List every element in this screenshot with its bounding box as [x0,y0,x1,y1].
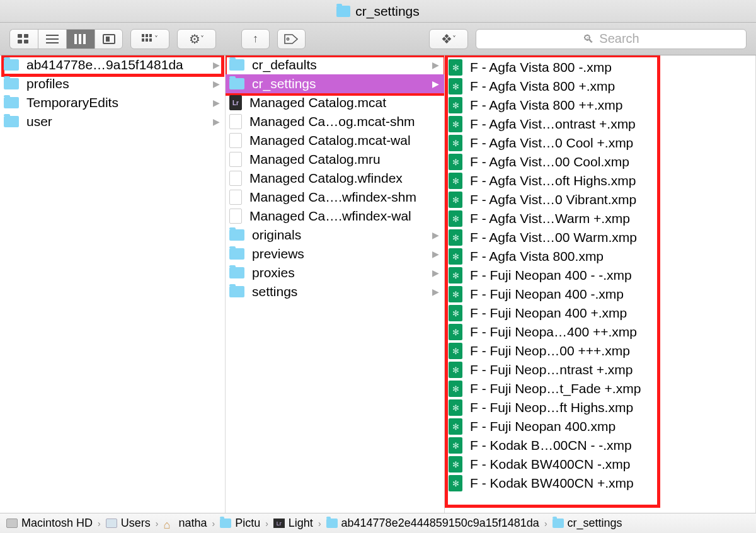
list-item[interactable]: Managed Ca….wfindex-wal [226,207,444,226]
xmp-file-icon [449,267,462,284]
chevron-right-icon: ▶ [213,79,220,89]
list-item[interactable]: F - Fuji Neopan 400 -.xmp [445,285,755,304]
list-item[interactable]: F - Agfa Vist…Warm +.xmp [445,209,755,228]
list-item[interactable]: F - Agfa Vista 800 -.xmp [445,58,755,77]
item-label: F - Fuji Neopan 400.xmp [470,419,616,434]
toolbar: Search [0,23,756,55]
arrange-button[interactable] [130,29,169,49]
action-gear-button[interactable] [177,29,216,49]
list-item[interactable]: Managed Catalog.mru [226,150,444,169]
view-icon-gallery[interactable] [94,29,123,49]
list-item[interactable]: LrManaged Catalog.mcat [226,93,444,112]
path-segment[interactable]: Pictu [235,517,260,530]
list-item[interactable]: proxies▶ [226,263,444,282]
file-icon [229,133,242,148]
column-1[interactable]: ab414778e…9a15f1481da▶profiles▶Temporary… [0,55,226,513]
item-label: F - Agfa Vist…00 Cool.xmp [470,154,629,169]
search-input[interactable]: Search [476,29,747,49]
path-bar[interactable]: Macintosh HD› Users› natha› Pictu›Lr Lig… [0,513,756,533]
folder-icon [4,97,19,108]
chevron-right-icon: › [212,519,215,529]
item-label: cr_defaults [252,57,317,72]
tags-button[interactable] [277,29,306,49]
list-item[interactable]: Managed Catalog.mcat-wal [226,131,444,150]
list-item[interactable]: F - Agfa Vista 800 ++.xmp [445,96,755,115]
list-item[interactable]: F - Fuji Neopan 400 - -.xmp [445,266,755,285]
share-button[interactable] [241,29,270,49]
list-item[interactable]: Managed Ca….wfindex-shm [226,188,444,207]
list-item[interactable]: F - Agfa Vist…0 Cool +.xmp [445,134,755,152]
folder-icon [4,59,19,71]
user-icon [106,519,117,528]
path-segment[interactable]: Users [121,517,151,530]
view-icon-grid[interactable] [9,29,38,49]
item-label: F - Kodak B…00CN - -.xmp [470,438,632,453]
column-view: ab414778e…9a15f1481da▶profiles▶Temporary… [0,55,756,513]
item-label: F - Fuji Neopan 400 - -.xmp [470,268,632,283]
home-icon [163,519,175,528]
dropbox-icon [441,32,452,47]
path-segment[interactable]: cr_settings [568,517,622,530]
item-label: cr_settings [252,76,316,91]
list-item[interactable]: F - Kodak BW400CN +.xmp [445,474,755,493]
list-item[interactable]: F - Agfa Vist…00 Warm.xmp [445,228,755,247]
list-item[interactable]: originals▶ [226,226,444,244]
view-icon-list[interactable] [38,29,66,49]
list-item[interactable]: F - Agfa Vist…00 Cool.xmp [445,152,755,171]
list-item[interactable]: cr_defaults▶ [226,55,444,74]
xmp-file-icon [449,305,462,321]
path-segment[interactable]: ab414778e2e444859150c9a15f1481da [341,517,539,530]
list-item[interactable]: TemporaryEdits▶ [0,93,225,112]
item-label: settings [252,284,297,299]
item-label: profiles [26,76,69,91]
path-segment[interactable]: natha [178,517,207,530]
column-2[interactable]: cr_defaults▶cr_settings▶LrManaged Catalo… [226,55,445,513]
list-item[interactable]: user▶ [0,112,225,131]
list-item[interactable]: profiles▶ [0,74,225,93]
chevron-right-icon: ▶ [213,60,220,70]
window-title-bar: cr_settings [0,0,756,23]
list-item[interactable]: F - Agfa Vista 800 +.xmp [445,77,755,96]
folder-icon [4,78,19,89]
list-item[interactable]: F - Fuji Neopan 400 +.xmp [445,304,755,323]
item-label: F - Agfa Vista 800 -.xmp [470,60,612,75]
item-label: F - Fuji Neop…ft Highs.xmp [470,400,633,415]
list-item[interactable]: F - Kodak B…00CN - -.xmp [445,436,755,455]
list-item[interactable]: ab414778e…9a15f1481da▶ [0,55,225,74]
path-segment[interactable]: Light [289,517,313,530]
xmp-file-icon [449,362,462,378]
list-item[interactable]: F - Fuji Neopa…400 ++.xmp [445,323,755,341]
item-label: originals [252,227,301,243]
item-label: F - Kodak BW400CN +.xmp [470,476,634,491]
chevron-right-icon: ▶ [432,79,439,89]
list-item[interactable]: F - Fuji Neop…ft Highs.xmp [445,398,755,417]
list-item[interactable]: cr_settings▶ [226,74,444,93]
item-label: TemporaryEdits [26,95,118,110]
list-item[interactable]: F - Fuji Neopan 400.xmp [445,417,755,436]
path-segment[interactable]: Macintosh HD [21,517,93,530]
xmp-file-icon [449,59,462,76]
xmp-file-icon [449,418,462,435]
list-item[interactable]: Managed Catalog.wfindex [226,169,444,188]
list-item[interactable]: F - Fuji Neop…t_Fade +.xmp [445,379,755,398]
dropbox-button[interactable] [429,29,468,49]
folder-icon [229,267,244,278]
item-label: F - Agfa Vista 800 +.xmp [470,79,615,94]
item-label: Managed Ca…og.mcat-shm [249,114,415,129]
list-item[interactable]: F - Fuji Neop…00 +++.xmp [445,341,755,360]
item-label: F - Fuji Neopan 400 +.xmp [470,306,627,321]
item-label: Managed Catalog.mcat [249,95,386,110]
list-item[interactable]: settings▶ [226,282,444,301]
list-item[interactable]: Managed Ca…og.mcat-shm [226,112,444,131]
list-item[interactable]: F - Kodak BW400CN -.xmp [445,455,755,474]
column-3[interactable]: F - Agfa Vista 800 -.xmpF - Agfa Vista 8… [445,55,756,513]
list-item[interactable]: F - Agfa Vist…ontrast +.xmp [445,115,755,134]
xmp-file-icon [449,78,462,95]
list-item[interactable]: F - Agfa Vist…oft Highs.xmp [445,171,755,190]
list-item[interactable]: previews▶ [226,244,444,263]
list-item[interactable]: F - Agfa Vista 800.xmp [445,247,755,266]
list-item[interactable]: F - Agfa Vist…0 Vibrant.xmp [445,190,755,209]
list-item[interactable]: F - Fuji Neop…ntrast +.xmp [445,360,755,379]
view-icon-columns[interactable] [66,29,94,49]
item-label: F - Fuji Neopan 400 -.xmp [470,287,624,302]
